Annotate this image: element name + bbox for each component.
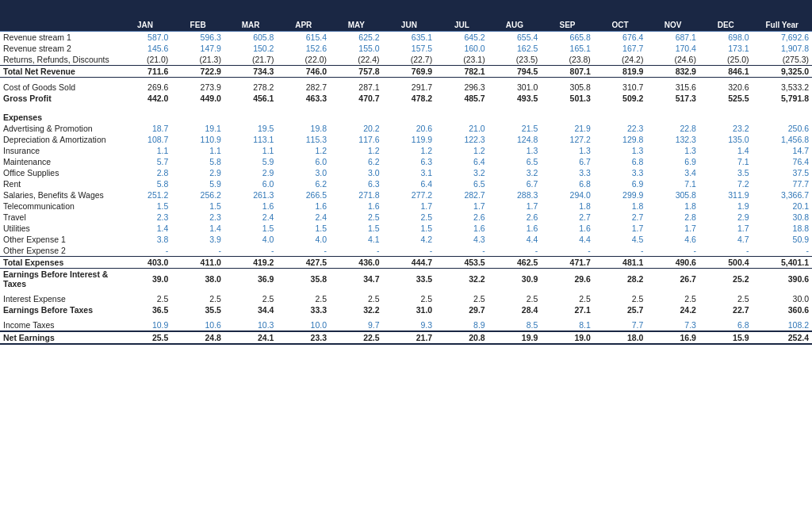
cell-value: 271.8 bbox=[330, 189, 383, 201]
cell-value: 22.3 bbox=[594, 123, 647, 134]
cell-value: 287.1 bbox=[330, 82, 383, 93]
cell-value: 9.7 bbox=[330, 319, 383, 331]
cell-value: 28.4 bbox=[488, 304, 542, 315]
month-header-row: JAN FEB MAR APR MAY JUN JUL AUG SEP OCT … bbox=[0, 19, 812, 32]
cell-value: 819.9 bbox=[594, 66, 647, 78]
cell-value: (24.2) bbox=[594, 54, 647, 66]
cell-value: 16.9 bbox=[646, 331, 699, 344]
cell-value: 24.2 bbox=[646, 304, 699, 315]
cell-value: 1.2 bbox=[330, 145, 383, 156]
cell-value: 2.5 bbox=[171, 293, 224, 304]
month-jul: JUL bbox=[435, 19, 488, 32]
cell-value: 1.7 bbox=[594, 223, 647, 234]
cell-value: 261.3 bbox=[224, 189, 278, 201]
cell-value: 1.7 bbox=[646, 223, 699, 234]
cell-value: 4.2 bbox=[383, 234, 436, 245]
cell-value: 525.5 bbox=[699, 93, 753, 104]
cell-value: 1,456.8 bbox=[753, 134, 812, 145]
cell-value: - bbox=[383, 245, 436, 257]
cell-value: 1.5 bbox=[383, 223, 436, 234]
cell-value: 6.3 bbox=[383, 156, 436, 167]
cell-value: 6.4 bbox=[383, 178, 436, 189]
cell-value: 769.9 bbox=[383, 66, 436, 78]
cell-value: 2.5 bbox=[594, 293, 647, 304]
cell-value: 2.5 bbox=[330, 212, 383, 223]
table-row: Telecommunication1.51.51.61.61.61.71.71.… bbox=[0, 201, 812, 212]
cell-value: 807.1 bbox=[541, 66, 594, 78]
cell-value: 635.1 bbox=[383, 32, 436, 44]
cell-value: 22.7 bbox=[699, 304, 753, 315]
cell-value: 757.8 bbox=[330, 66, 383, 78]
cell-value: 30.8 bbox=[753, 212, 812, 223]
cell-value: 26.7 bbox=[646, 268, 699, 289]
cell-value: 273.9 bbox=[171, 82, 224, 93]
cell-value: 442.0 bbox=[119, 93, 172, 104]
cell-value: 9,325.0 bbox=[753, 66, 812, 78]
cell-value: 294.0 bbox=[541, 189, 594, 201]
cell-value: 21.0 bbox=[435, 123, 488, 134]
cell-value: 1.5 bbox=[277, 223, 330, 234]
cell-value: 162.5 bbox=[488, 43, 542, 54]
cell-value: 463.3 bbox=[277, 93, 330, 104]
cell-value: 390.6 bbox=[753, 268, 812, 289]
cell-value: 277.2 bbox=[383, 189, 436, 201]
cell-value: 35.8 bbox=[277, 268, 330, 289]
table-row: Income Taxes10.910.610.310.09.79.38.98.5… bbox=[0, 319, 812, 331]
cell-value: 33.5 bbox=[383, 268, 436, 289]
row-label: Net Earnings bbox=[0, 331, 119, 344]
cell-value: 1.6 bbox=[224, 201, 278, 212]
cell-value: 6.9 bbox=[594, 178, 647, 189]
cell-value: 3.3 bbox=[594, 167, 647, 178]
cell-value: 1.8 bbox=[594, 201, 647, 212]
month-jan: JAN bbox=[119, 19, 172, 32]
month-oct: OCT bbox=[594, 19, 647, 32]
cell-value: 124.8 bbox=[488, 134, 542, 145]
cell-value: 29.7 bbox=[435, 304, 488, 315]
month-fullyear: Full Year bbox=[753, 19, 812, 32]
cell-value: 4.4 bbox=[541, 234, 594, 245]
cell-value: 6.2 bbox=[277, 178, 330, 189]
cell-value: 6.0 bbox=[224, 178, 278, 189]
cell-value: (23.8) bbox=[541, 54, 594, 66]
cell-value: 108.2 bbox=[753, 319, 812, 331]
cell-value: 24.1 bbox=[224, 331, 278, 344]
cell-value: 35.5 bbox=[171, 304, 224, 315]
cell-value: 38.0 bbox=[171, 268, 224, 289]
cell-value: 19.8 bbox=[277, 123, 330, 134]
cell-value: 15.9 bbox=[699, 331, 753, 344]
cell-value: 427.5 bbox=[277, 256, 330, 268]
cell-value: 21.7 bbox=[383, 331, 436, 344]
cell-value: 3.8 bbox=[119, 234, 172, 245]
cell-value: 147.9 bbox=[171, 43, 224, 54]
table-row: Depreciation & Amortization108.7110.9113… bbox=[0, 134, 812, 145]
cell-value: 478.2 bbox=[383, 93, 436, 104]
table-row: Rent5.85.96.06.26.36.46.56.76.86.97.17.2… bbox=[0, 178, 812, 189]
row-label: Insurance bbox=[0, 145, 119, 156]
row-label: Salaries, Benefits & Wages bbox=[0, 189, 119, 201]
table-row: Interest Expense2.52.52.52.52.52.52.52.5… bbox=[0, 293, 812, 304]
cell-value: 129.8 bbox=[594, 134, 647, 145]
cell-value: 3.3 bbox=[541, 167, 594, 178]
cell-value: 282.7 bbox=[435, 189, 488, 201]
cell-value: 1.3 bbox=[541, 145, 594, 156]
cell-value: 2.3 bbox=[119, 212, 172, 223]
cell-value: (24.6) bbox=[646, 54, 699, 66]
cell-value: (21.7) bbox=[224, 54, 278, 66]
cell-value: 165.1 bbox=[541, 43, 594, 54]
table-row: Total Net Revenue711.6722.9734.3746.0757… bbox=[0, 66, 812, 78]
cell-value: 4.5 bbox=[594, 234, 647, 245]
cell-value: 615.4 bbox=[277, 32, 330, 44]
cell-value: 278.2 bbox=[224, 82, 278, 93]
row-label: Total Net Revenue bbox=[0, 66, 119, 78]
table-row: Other Expense 2------------- bbox=[0, 245, 812, 257]
cell-value: 28.2 bbox=[594, 268, 647, 289]
cell-value: 5,791.8 bbox=[753, 93, 812, 104]
table-row: Gross Profit442.0449.0456.1463.3470.7478… bbox=[0, 93, 812, 104]
cell-value: 5.9 bbox=[171, 178, 224, 189]
cell-value: 1.1 bbox=[119, 145, 172, 156]
cell-value: 2.8 bbox=[646, 212, 699, 223]
cell-value: 266.5 bbox=[277, 189, 330, 201]
cell-value: 2.7 bbox=[594, 212, 647, 223]
cell-value: 453.5 bbox=[435, 256, 488, 268]
cell-value: 269.6 bbox=[119, 82, 172, 93]
